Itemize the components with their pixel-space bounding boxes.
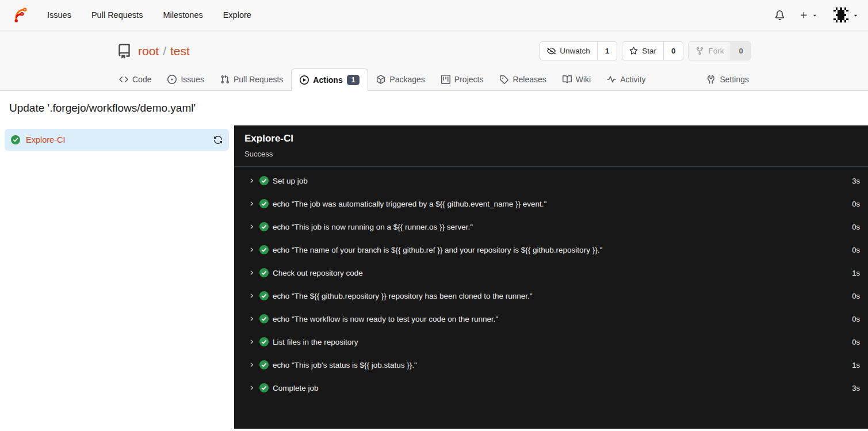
star-button[interactable]: Star	[622, 42, 663, 60]
rerun-job-button[interactable]	[213, 135, 223, 144]
job-link[interactable]: Explore-CI	[26, 135, 208, 144]
pull-request-icon	[220, 75, 230, 84]
navbar-links: Issues Pull Requests Milestones Explore	[47, 10, 251, 20]
project-board-icon	[441, 75, 450, 84]
tab-settings[interactable]: Settings	[698, 68, 757, 90]
step-duration: 0s	[852, 315, 860, 323]
success-check-icon	[259, 268, 269, 277]
navbar-item-pull-requests[interactable]: Pull Requests	[91, 10, 143, 20]
package-icon	[376, 75, 385, 84]
user-menu-button[interactable]	[833, 7, 859, 23]
book-icon	[563, 75, 572, 84]
tab-code[interactable]: Code	[111, 68, 159, 90]
step-duration: 1s	[852, 269, 860, 277]
step-name: echo "The workflow is now ready to test …	[273, 315, 498, 323]
unwatch-button[interactable]: Unwatch	[540, 42, 597, 60]
forgejo-logo-icon[interactable]	[12, 6, 29, 24]
repo-owner-link[interactable]: root	[138, 44, 159, 58]
chevron-right-icon	[248, 292, 255, 299]
step-row[interactable]: Check out repository code 1s	[234, 261, 868, 284]
tab-actions[interactable]: Actions 1	[291, 68, 368, 91]
step-duration: 3s	[852, 384, 860, 392]
caret-down-icon	[812, 12, 818, 18]
tab-releases[interactable]: Releases	[491, 68, 554, 90]
repo-breadcrumb: root / test	[138, 44, 190, 58]
fork-button: Fork	[689, 42, 731, 60]
step-name: Set up job	[273, 177, 308, 185]
success-check-icon	[259, 176, 269, 185]
success-check-icon	[259, 383, 269, 392]
tools-icon	[706, 75, 716, 84]
success-check-icon	[259, 360, 269, 369]
star-icon	[629, 47, 638, 55]
success-check-icon	[259, 199, 269, 208]
success-check-icon	[11, 135, 20, 144]
chevron-right-icon	[248, 246, 255, 253]
step-row[interactable]: echo "This job's status is ${{ job.statu…	[234, 353, 868, 376]
tab-packages[interactable]: Packages	[368, 68, 433, 90]
step-name: echo "This job's status is ${{ job.statu…	[273, 361, 417, 369]
actions-count-badge: 1	[347, 75, 360, 85]
avatar	[833, 7, 849, 23]
tab-projects[interactable]: Projects	[433, 68, 492, 90]
star-count[interactable]: 0	[663, 42, 683, 60]
tab-wiki[interactable]: Wiki	[555, 68, 599, 90]
step-row[interactable]: List files in the repository 0s	[234, 330, 868, 353]
chevron-right-icon	[248, 384, 255, 391]
success-check-icon	[259, 314, 269, 323]
navbar-item-milestones[interactable]: Milestones	[163, 10, 202, 20]
watch-count[interactable]: 1	[597, 42, 617, 60]
repo-tabs: Code Issues Pull Requests Actions 1	[108, 68, 760, 90]
step-duration: 0s	[852, 338, 860, 346]
step-row[interactable]: echo "The ${{ github.repository }} repos…	[234, 284, 868, 307]
step-row[interactable]: Complete job 3s	[234, 376, 868, 399]
step-name: Complete job	[273, 384, 319, 392]
tab-pull-requests[interactable]: Pull Requests	[212, 68, 291, 90]
repo-name-link[interactable]: test	[170, 44, 190, 58]
star-button-group: Star 0	[622, 41, 683, 60]
watch-button-group: Unwatch 1	[540, 41, 617, 60]
step-name: echo "This job is now running on a ${{ r…	[273, 223, 473, 231]
job-title: Explore-CI	[244, 133, 858, 144]
chevron-right-icon	[248, 315, 255, 322]
job-sidebar: Explore-CI	[0, 125, 234, 429]
step-row[interactable]: Set up job 3s	[234, 169, 868, 192]
step-duration: 1s	[852, 361, 860, 369]
success-check-icon	[259, 222, 269, 231]
navbar-right	[775, 7, 859, 23]
notifications-button[interactable]	[775, 10, 785, 20]
code-icon	[119, 75, 128, 84]
step-name: echo "The ${{ github.repository }} repos…	[273, 292, 533, 300]
plus-icon	[800, 11, 808, 20]
fork-count[interactable]: 0	[731, 42, 751, 60]
step-duration: 0s	[852, 246, 860, 254]
step-name: Check out repository code	[273, 269, 363, 277]
chevron-right-icon	[248, 177, 255, 184]
top-navbar: Issues Pull Requests Milestones Explore	[0, 0, 868, 30]
repo-actions: Unwatch 1 Star 0 Fork 0	[540, 41, 751, 60]
fork-button-group: Fork 0	[688, 41, 751, 60]
step-row[interactable]: echo "The workflow is now ready to test …	[234, 307, 868, 330]
navbar-item-issues[interactable]: Issues	[47, 10, 71, 20]
fork-icon	[695, 47, 704, 55]
pulse-icon	[607, 75, 616, 84]
eye-closed-icon	[547, 47, 556, 55]
job-list-item-explore-ci[interactable]: Explore-CI	[5, 129, 229, 151]
tag-icon	[499, 75, 508, 84]
tab-issues[interactable]: Issues	[159, 68, 212, 90]
success-check-icon	[259, 291, 269, 300]
step-row[interactable]: echo "This job is now running on a ${{ r…	[234, 215, 868, 238]
sync-icon	[213, 135, 223, 144]
step-name: echo "The job was automatically triggere…	[273, 200, 546, 208]
tab-activity[interactable]: Activity	[599, 68, 653, 90]
create-new-button[interactable]	[800, 11, 818, 20]
job-log-panel: Explore-CI Success Set up job 3s echo "T…	[234, 125, 868, 429]
step-row[interactable]: echo "The name of your branch is ${{ git…	[234, 238, 868, 261]
play-circle-icon	[300, 75, 309, 85]
step-duration: 0s	[852, 200, 860, 208]
chevron-right-icon	[248, 361, 255, 368]
step-row[interactable]: echo "The job was automatically triggere…	[234, 192, 868, 215]
issue-icon	[167, 75, 177, 84]
navbar-item-explore[interactable]: Explore	[223, 10, 251, 20]
step-name: List files in the repository	[273, 338, 358, 346]
